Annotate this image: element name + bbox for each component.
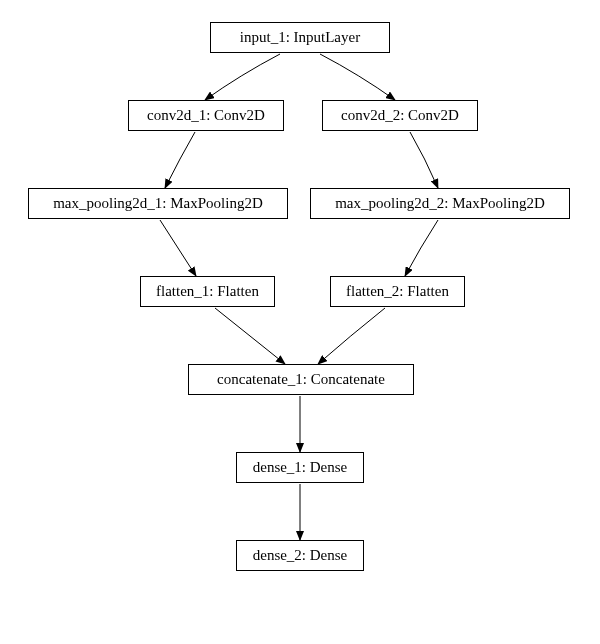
node-conv2d-1: conv2d_1: Conv2D: [128, 100, 284, 131]
node-label: dense_1: Dense: [253, 459, 348, 475]
node-label: flatten_1: Flatten: [156, 283, 259, 299]
node-flatten-2: flatten_2: Flatten: [330, 276, 465, 307]
node-label: concatenate_1: Concatenate: [217, 371, 385, 387]
node-flatten-1: flatten_1: Flatten: [140, 276, 275, 307]
node-concatenate-1: concatenate_1: Concatenate: [188, 364, 414, 395]
node-label: input_1: InputLayer: [240, 29, 360, 45]
node-label: conv2d_2: Conv2D: [341, 107, 459, 123]
node-label: max_pooling2d_1: MaxPooling2D: [53, 195, 263, 211]
node-label: conv2d_1: Conv2D: [147, 107, 265, 123]
node-label: max_pooling2d_2: MaxPooling2D: [335, 195, 545, 211]
node-dense-2: dense_2: Dense: [236, 540, 364, 571]
node-label: dense_2: Dense: [253, 547, 348, 563]
node-conv2d-2: conv2d_2: Conv2D: [322, 100, 478, 131]
node-max-pooling2d-2: max_pooling2d_2: MaxPooling2D: [310, 188, 570, 219]
node-input-1: input_1: InputLayer: [210, 22, 390, 53]
node-max-pooling2d-1: max_pooling2d_1: MaxPooling2D: [28, 188, 288, 219]
node-dense-1: dense_1: Dense: [236, 452, 364, 483]
node-label: flatten_2: Flatten: [346, 283, 449, 299]
